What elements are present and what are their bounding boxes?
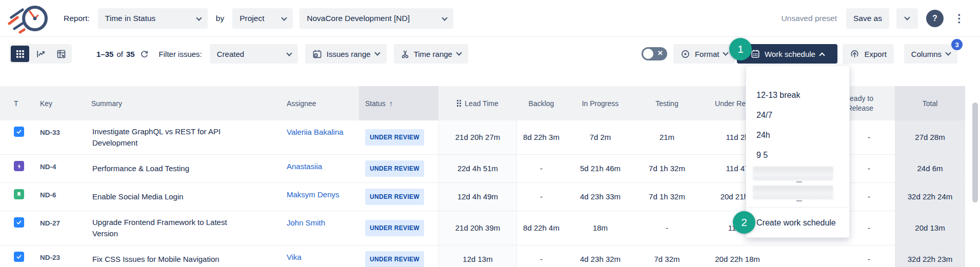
export-label: Export (864, 50, 886, 58)
issue-assignee: Vika (285, 245, 359, 267)
issue-status-cell: UNDER REVIEW (359, 245, 438, 267)
grid-view-icon (16, 50, 24, 58)
refresh-button[interactable] (140, 50, 149, 58)
issue-status-cell: UNDER REVIEW (359, 211, 438, 245)
issue-key[interactable]: ND-4 (36, 155, 91, 182)
status-badge: UNDER REVIEW (365, 220, 424, 236)
lead-time-cell: 12d 4h 49m (438, 183, 517, 211)
backlog-cell: - (517, 155, 566, 182)
chart-view-button[interactable] (31, 46, 50, 62)
help-button[interactable]: ? (926, 10, 944, 27)
refresh-icon (140, 50, 149, 58)
issue-summary[interactable]: Enable Social Media Login (91, 183, 285, 211)
issue-summary[interactable]: Fix CSS Issues for Mobile Navigation (91, 245, 285, 267)
columns-label: Columns (911, 50, 942, 58)
chevron-down-icon (904, 14, 910, 20)
filter-issues-label: Filter issues: (159, 50, 202, 58)
issue-type-cell (0, 155, 36, 182)
report-toolbar: 1–35 of 35 Filter issues: Created Issue (0, 44, 980, 64)
backlog-cell: - (517, 183, 566, 211)
redacted-blur (753, 186, 833, 199)
vertical-scrollbar[interactable] (972, 102, 978, 202)
table-row[interactable]: ND-23 Fix CSS Issues for Mobile Navigati… (0, 245, 965, 267)
column-header-assignee[interactable]: Assignee (285, 86, 359, 120)
ready-to-release-cell: - (776, 245, 895, 267)
status-badge: UNDER REVIEW (365, 189, 424, 205)
issue-key[interactable]: ND-27 (36, 211, 91, 245)
assignee-link[interactable]: Vika (287, 252, 302, 263)
work-schedule-option-redacted[interactable] (746, 184, 849, 203)
status-badge: UNDER REVIEW (365, 160, 424, 177)
work-schedule-label: Work schedule (765, 50, 815, 58)
project-value: NovaCore Development [ND] (307, 14, 410, 23)
work-schedule-option[interactable]: 9 5 (746, 145, 849, 165)
app-logo (7, 3, 50, 34)
scope-select[interactable]: Project (232, 8, 293, 29)
issue-key[interactable]: ND-23 (36, 245, 91, 267)
pagination-total: 35 (126, 50, 135, 58)
columns-button[interactable]: Columns 3 (904, 44, 957, 64)
issue-summary[interactable]: Performance & Load Testing (91, 155, 285, 182)
work-schedule-option[interactable]: 12-13 break (746, 85, 849, 105)
task-type-icon (14, 127, 24, 137)
chevron-down-icon (456, 50, 462, 55)
column-header-total[interactable]: Total (895, 86, 965, 120)
work-schedule-option[interactable]: 24/7 (746, 105, 849, 125)
view-switcher (9, 44, 72, 64)
testing-cell: 7d 1h 32m (635, 183, 699, 211)
issue-summary[interactable]: Investigate GraphQL vs REST for API Deve… (91, 120, 285, 154)
assignee-link[interactable]: Anastasiia (287, 161, 322, 172)
total-cell: 27d 28m (895, 120, 965, 154)
issues-range-button[interactable]: Issues range (305, 44, 387, 64)
cloud-export-icon (850, 49, 859, 59)
column-header-key[interactable]: Key (36, 86, 91, 120)
save-as-button[interactable]: Save as (846, 8, 889, 29)
chevron-down-icon (374, 50, 380, 55)
issue-key[interactable]: ND-33 (36, 120, 91, 154)
work-schedule-option-redacted[interactable] (746, 165, 849, 184)
column-header-lead-time[interactable]: Lead Time (438, 86, 517, 120)
grid-view-button[interactable] (11, 46, 29, 62)
columns-count-badge: 3 (951, 39, 963, 50)
create-work-schedule-item[interactable]: Create work schedule (746, 212, 849, 234)
issue-type-cell (0, 120, 36, 154)
column-header-backlog[interactable]: Backlog (517, 86, 566, 120)
column-header-summary[interactable]: Summary (91, 86, 285, 120)
report-label: Report: (64, 14, 90, 23)
format-button[interactable]: Format (673, 44, 735, 64)
pagination-range: 1–35 (96, 50, 113, 58)
toggle-switch-off[interactable]: ✕ (642, 47, 667, 60)
issue-type-cell (0, 183, 36, 211)
filter-field-select[interactable]: Created (210, 44, 298, 64)
assignee-link[interactable]: Valeriia Bakalina (287, 127, 344, 138)
scissors-icon (401, 50, 409, 58)
pivot-view-button[interactable] (52, 46, 70, 62)
menu-separator (746, 207, 849, 208)
export-button[interactable]: Export (843, 44, 893, 64)
preset-status-text: Unsaved preset (781, 14, 837, 23)
issue-key[interactable]: ND-6 (36, 183, 91, 211)
report-type-select[interactable]: Time in Status (98, 8, 208, 29)
time-range-button[interactable]: Time range (394, 44, 468, 64)
issue-summary[interactable]: Upgrade Frontend Framework to Latest Ver… (91, 211, 285, 245)
column-header-type[interactable]: T (0, 86, 36, 120)
toggle-knob (643, 49, 653, 59)
total-cell: 24d 6m (895, 155, 965, 182)
drag-handle-icon[interactable] (457, 100, 461, 107)
chevron-down-icon (723, 50, 729, 55)
assignee-link[interactable]: John Smith (287, 217, 325, 229)
assignee-link[interactable]: Maksym Denys (287, 189, 339, 200)
filter-field-value: Created (217, 50, 244, 58)
chevron-down-icon (945, 50, 951, 55)
work-schedule-button[interactable]: Work schedule (737, 44, 837, 64)
column-header-testing[interactable]: Testing (635, 86, 699, 120)
lead-time-cell: 12d 13m (438, 245, 517, 267)
in-progress-cell: 18m (566, 211, 635, 245)
more-menu-button[interactable]: ⋮ (950, 11, 969, 26)
column-header-in-progress[interactable]: In Progress (566, 86, 635, 120)
story-type-icon (14, 189, 24, 199)
column-header-status[interactable]: Status ↑ (359, 86, 438, 120)
work-schedule-option[interactable]: 24h (746, 125, 849, 145)
project-select[interactable]: NovaCore Development [ND] (299, 8, 453, 29)
save-options-button[interactable] (896, 8, 918, 29)
